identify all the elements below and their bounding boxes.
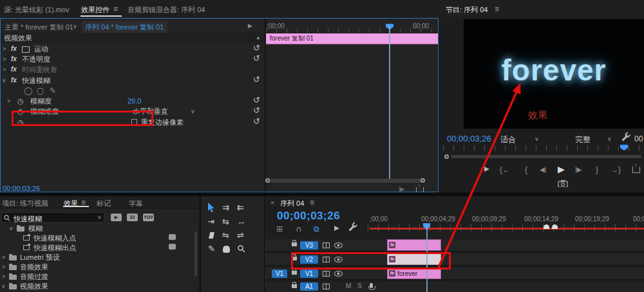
tab-project[interactable]: 项目: 练习视频 — [2, 199, 48, 208]
rate-stretch-tool[interactable]: ↔ — [237, 217, 245, 226]
zoom-tool[interactable] — [238, 245, 245, 253]
ecp-playhead-line[interactable] — [389, 25, 390, 183]
rect-mask-icon[interactable]: ▢ — [37, 86, 44, 96]
program-scroll-knob[interactable] — [444, 154, 449, 159]
sync-lock-icon[interactable] — [323, 284, 330, 289]
32bit-filter-icon[interactable]: 32 — [127, 214, 138, 221]
effect-row-opacity[interactable]: > fx 不透明度 ↺ — [1, 54, 265, 64]
ecp-ruler[interactable] — [266, 28, 438, 33]
effect-row-fast-blur[interactable]: ∨ fx 快速模糊 ↺ — [1, 75, 265, 86]
ellipse-mask-icon[interactable]: ◯ — [24, 86, 32, 96]
reset-icon[interactable]: ↺ — [253, 43, 260, 53]
reset-icon[interactable]: ↺ — [253, 116, 260, 127]
razor-tool[interactable] — [209, 232, 214, 239]
ripple-edit-tool[interactable]: ⇥ — [207, 217, 214, 226]
solo-button[interactable]: S — [357, 282, 362, 289]
effects-search-box[interactable]: 快速模糊 × — [1, 212, 104, 223]
track-select-backward-tool[interactable]: ⇇ — [237, 203, 244, 212]
dropdown-chevron-icon[interactable]: ∨ — [191, 106, 195, 116]
hand-tool[interactable] — [223, 246, 230, 253]
expand-icon[interactable]: > — [2, 273, 5, 280]
dropdown-chevron-icon[interactable]: ∨ — [535, 136, 539, 142]
track-select-forward-tool[interactable]: ⇉ — [222, 203, 229, 212]
play-icon[interactable]: ▶ — [558, 164, 565, 174]
tab-source-monitor[interactable]: 源: 光晕炫彩 (1).mov — [4, 5, 69, 15]
linked-selection-icon[interactable]: ⧉ — [314, 224, 319, 233]
ecp-clip-bar[interactable]: forever 复制 01 — [266, 33, 438, 44]
expand-icon[interactable]: > — [2, 254, 5, 260]
timeline-settings-icon[interactable] — [349, 225, 355, 232]
effect-row-motion[interactable]: > fx 运动 ↺ — [1, 44, 265, 54]
collapse-icon[interactable]: ∨ — [1, 283, 6, 289]
blurriness-value[interactable]: 29.0 — [128, 96, 141, 106]
mute-button[interactable]: M — [346, 282, 351, 289]
show-timeline-icon[interactable]: ▶ — [248, 23, 252, 29]
program-h-scrollbar[interactable] — [451, 155, 641, 158]
export-button-icon[interactable] — [632, 167, 640, 173]
add-marker-icon[interactable] — [334, 226, 339, 231]
reset-icon[interactable]: ↺ — [253, 53, 260, 64]
expand-icon[interactable]: > — [2, 264, 5, 270]
ecp-timecode[interactable]: 00;00;03;26 — [3, 185, 40, 192]
sequence-marker[interactable] — [552, 224, 558, 229]
collapse-icon[interactable]: ▲ — [256, 33, 261, 43]
zoom-fit-dropdown[interactable]: 适合 — [500, 134, 516, 145]
search-clear-icon[interactable]: × — [97, 214, 101, 221]
search-input-value[interactable]: 快速模糊 — [14, 214, 42, 224]
yuv-filter-icon[interactable]: YUV — [143, 214, 154, 221]
voiceover-mic-icon[interactable] — [370, 283, 373, 288]
pen-mask-icon[interactable]: ✎ — [50, 86, 56, 96]
mark-out-icon[interactable]: } — [596, 165, 598, 174]
reset-icon[interactable]: ↺ — [253, 95, 260, 105]
toggle-visibility-eye-icon[interactable] — [334, 271, 343, 277]
stopwatch-icon[interactable]: ◷ — [17, 96, 24, 106]
master-clip-label[interactable]: 主要 * forever 复制 01 — [5, 23, 73, 32]
chevron-down-icon[interactable]: ∨ — [73, 23, 77, 30]
tab-effect-controls[interactable]: 效果控件 — [81, 5, 109, 15]
goto-out-icon[interactable]: →} — [611, 165, 621, 174]
timeline-timecode[interactable]: 00;00;03;26 — [277, 210, 340, 223]
tab-markers[interactable]: 标记 — [97, 199, 111, 208]
clip-v3[interactable]: fxforever 复制 01 — [387, 239, 441, 251]
expand-icon[interactable]: > — [3, 64, 6, 75]
toggle-visibility-eye-icon[interactable] — [334, 242, 343, 248]
snap-magnet-icon[interactable]: ∩ — [296, 224, 301, 233]
collapse-icon[interactable]: ∨ — [9, 225, 14, 232]
settings-wrench-icon[interactable] — [622, 135, 629, 141]
reset-icon[interactable]: ↺ — [253, 105, 260, 116]
dropdown-chevron-icon[interactable]: ∨ — [607, 136, 612, 142]
panel-divider[interactable] — [265, 19, 266, 192]
close-tab-icon[interactable]: × — [270, 199, 274, 206]
param-row-blurriness[interactable]: > ◷ 模糊度 29.0 ↺ — [1, 96, 265, 106]
expand-icon[interactable]: > — [7, 96, 10, 106]
expand-icon[interactable]: > — [3, 44, 6, 54]
tab-program-monitor[interactable]: 节目: 序列 04 — [446, 5, 488, 15]
sequence-clip-label[interactable]: 序列 04 * forever 复制 01 — [82, 21, 167, 33]
effect-row-time-remap[interactable]: > fx 时间重映射 — [1, 64, 265, 75]
ecp-h-scrollbar[interactable] — [267, 179, 423, 183]
tab-audio-mixer[interactable]: 音频剪辑混合器: 序列 04 — [128, 5, 205, 15]
track-v1-button[interactable]: V1 — [300, 269, 318, 278]
source-patch-v1[interactable]: V1 — [272, 269, 287, 278]
sequence-marker[interactable] — [544, 224, 549, 229]
lock-icon[interactable] — [292, 284, 297, 288]
panel-menu-icon[interactable]: ≡ — [495, 5, 499, 14]
accelerated-effects-filter-icon[interactable]: ▶ — [111, 214, 122, 221]
sync-lock-icon[interactable] — [323, 271, 330, 277]
lock-icon[interactable] — [292, 242, 297, 246]
step-back-icon[interactable]: ◀| — [540, 166, 546, 173]
program-timecode[interactable]: 00;00;03;26 — [447, 134, 491, 143]
section-video-effects[interactable]: 视频效果 ▲ — [1, 33, 265, 43]
track-v3-button[interactable]: V3 — [300, 241, 318, 250]
goto-in-icon[interactable]: {← — [500, 165, 510, 174]
panel-menu-icon[interactable]: ≡ — [113, 5, 118, 14]
ecp-scroll-knob-right[interactable] — [421, 178, 425, 183]
track-a1-button[interactable]: A1 — [300, 282, 318, 291]
lock-icon[interactable] — [292, 271, 297, 275]
program-video-frame[interactable]: forever 效果 — [464, 19, 644, 129]
step-forward-icon[interactable]: |▶ — [575, 166, 582, 173]
selection-tool[interactable] — [207, 203, 216, 212]
program-mini-ruler[interactable] — [443, 145, 643, 151]
sync-lock-icon[interactable] — [323, 242, 330, 248]
export-frame-camera-icon[interactable] — [558, 179, 568, 187]
